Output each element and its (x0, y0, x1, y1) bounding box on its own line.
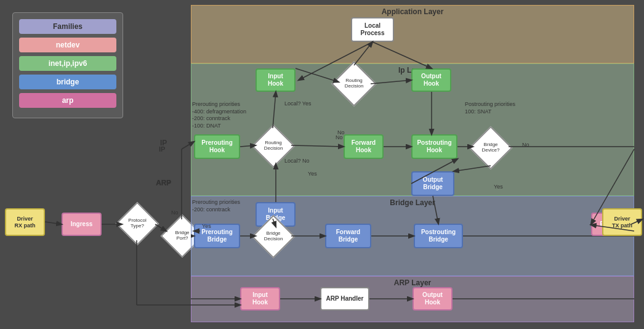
ip-label: IP (160, 139, 167, 148)
local-no-label: Local? No (284, 158, 310, 165)
prerouting-hook-node: Prerouting Hook (194, 134, 240, 159)
driver-rx-node: Driver RX path (5, 208, 45, 236)
svg-text:No: No (171, 209, 179, 216)
postrouting-hook-node: Postrouting Hook (411, 134, 457, 159)
postrouting-annotation: Postrouting priorities 100: SNAT (465, 101, 515, 115)
app-layer: Application Layer (191, 5, 634, 63)
legend-inet: inet,ip,ipv6 (19, 56, 116, 71)
output-bridge-node: Output Bridge (411, 171, 454, 196)
svg-line-26 (45, 222, 62, 224)
bridge-device-diamond: Bridge Device? (473, 130, 509, 166)
protocol-type-diamond: Protocol Type? (120, 206, 154, 240)
legend-box: Families netdev inet,ip,ipv6 bridge arp (12, 12, 123, 118)
yes-label: Yes (494, 184, 503, 191)
local-process-node: Local Process (351, 17, 394, 42)
arp-label: ARP (156, 179, 171, 189)
forward-bridge-node: Forward Bridge (325, 224, 371, 248)
arp-handler-node: ARP Handler (320, 287, 369, 311)
ingress-node: Ingress (62, 213, 102, 236)
postrouting-bridge-node: Postrouting Bridge (414, 224, 463, 248)
bridge-prerouting-annotation: Prerouting priorities -200: conntrack (192, 199, 240, 213)
local-yes-label: Local? Yes (284, 100, 312, 108)
output-hook-node: Output Hook (411, 68, 451, 92)
legend-families: Families (19, 19, 116, 34)
routing-decision-top: Routing Decision (336, 65, 372, 102)
diagram-container: Families netdev inet,ip,ipv6 bridge arp … (0, 0, 644, 329)
input-hook-ip-node: Input Hook (256, 68, 296, 92)
output-hook-arp-node: Output Hook (413, 287, 453, 311)
arp-layer-title: ARP Layer (191, 278, 634, 287)
input-hook-arp-node: Input Hook (240, 287, 280, 311)
legend-arp: arp (19, 93, 116, 108)
app-layer-title: Application Layer (191, 7, 634, 16)
no-label: No (522, 142, 529, 149)
legend-bridge: bridge (19, 75, 116, 89)
prerouting-annotation: Prerouting priorities -400: defragmentat… (192, 101, 246, 130)
prerouting-bridge-node: Prerouting Bridge (194, 224, 240, 248)
legend-netdev: netdev (19, 38, 116, 52)
main-area: Application Layer Ip Layer Bridge Layer … (191, 5, 634, 324)
forward-hook-node: Forward Hook (344, 134, 384, 159)
bridge-decision-diamond: Bridge Decision (256, 219, 291, 254)
driver-tx-node: Driver TX path (602, 208, 642, 236)
